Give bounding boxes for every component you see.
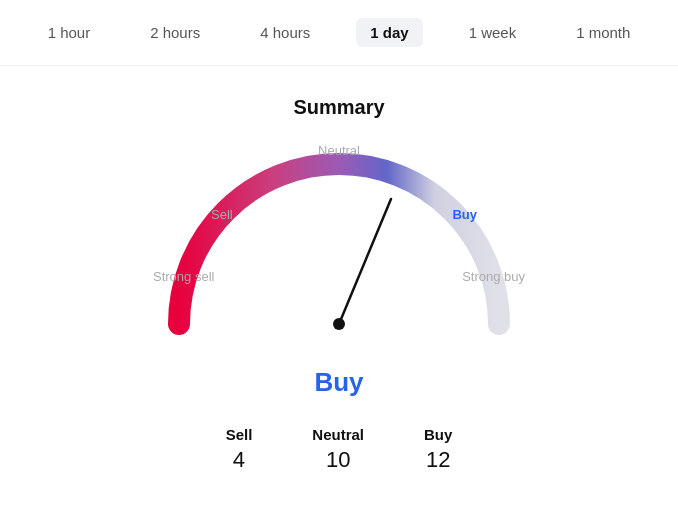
time-filter-bar: 1 hour2 hours4 hours1 day1 week1 month [0, 0, 678, 66]
gauge-wrapper: Neutral Sell Buy Strong sell Strong buy [149, 139, 529, 359]
stat-value-sell: 4 [233, 447, 245, 473]
stats-row: Sell4Neutral10Buy12 [226, 426, 453, 473]
label-buy: Buy [452, 207, 477, 222]
result-label: Buy [314, 367, 363, 398]
summary-title: Summary [293, 96, 384, 119]
svg-line-0 [339, 199, 391, 324]
stat-label-buy: Buy [424, 426, 452, 443]
label-sell: Sell [211, 207, 233, 222]
main-content: Summary [0, 66, 678, 473]
stat-item-buy: Buy12 [424, 426, 452, 473]
stat-label-sell: Sell [226, 426, 253, 443]
stat-label-neutral: Neutral [312, 426, 364, 443]
time-option-1d[interactable]: 1 day [356, 18, 422, 47]
label-strong-sell: Strong sell [153, 269, 214, 284]
time-option-2h[interactable]: 2 hours [136, 18, 214, 47]
stat-item-sell: Sell4 [226, 426, 253, 473]
stat-item-neutral: Neutral10 [312, 426, 364, 473]
stat-value-neutral: 10 [326, 447, 350, 473]
label-neutral: Neutral [318, 143, 360, 158]
svg-point-1 [333, 318, 345, 330]
stat-value-buy: 12 [426, 447, 450, 473]
time-option-1w[interactable]: 1 week [455, 18, 531, 47]
time-option-1h[interactable]: 1 hour [34, 18, 105, 47]
time-option-1m[interactable]: 1 month [562, 18, 644, 47]
gauge-needle-svg [149, 139, 529, 349]
time-option-4h[interactable]: 4 hours [246, 18, 324, 47]
label-strong-buy: Strong buy [462, 269, 525, 284]
